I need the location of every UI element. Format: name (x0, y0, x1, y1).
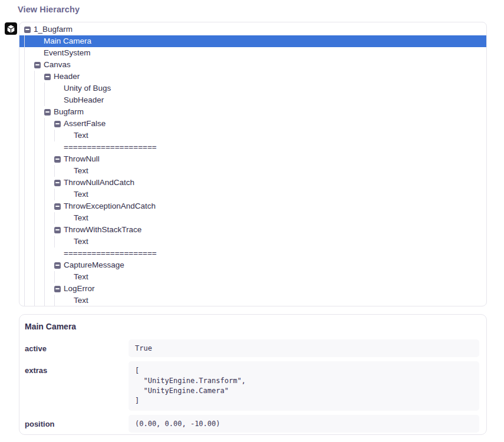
property-row: activeTrue (25, 339, 479, 357)
collapse-icon[interactable] (44, 74, 51, 80)
collapse-icon[interactable] (54, 180, 61, 186)
tree-item[interactable]: Text (19, 236, 486, 248)
tree-item-label: Canvas (44, 59, 71, 71)
tree-item[interactable]: Header (19, 71, 486, 83)
indent-guide (24, 177, 34, 189)
indent-guide (34, 271, 44, 283)
indent-guide (34, 224, 44, 236)
tree-item-label: Text (74, 212, 88, 224)
tree-item-label: EventSystem (44, 47, 91, 59)
indent-guide (54, 295, 64, 306)
property-list: activeTrueextras[ "UnityEngine.Transform… (25, 339, 479, 433)
collapse-icon[interactable] (54, 286, 61, 292)
icon-spacer (64, 301, 74, 301)
collapse-icon[interactable] (44, 109, 51, 116)
tree-item[interactable]: ThrowExceptionAndCatch (19, 200, 486, 212)
indent-guide (44, 212, 54, 224)
indent-guide (44, 189, 54, 200)
indent-guide (54, 271, 64, 283)
page-title: View Hierarchy (18, 5, 80, 14)
tree-item[interactable]: Main Camera (19, 35, 486, 47)
tree-item[interactable]: Text (19, 295, 486, 306)
tree-item-label: ThrowNullAndCatch (64, 177, 134, 189)
indent-guide (54, 189, 64, 200)
tree-item-label: 1_Bugfarm (34, 24, 73, 35)
property-value: [ "UnityEngine.Transform", "UnityEngine.… (129, 361, 479, 411)
collapse-icon[interactable] (54, 121, 61, 127)
indent-guide (54, 212, 64, 224)
indent-guide (44, 83, 54, 94)
tree-item[interactable]: 1_Bugfarm (19, 24, 486, 35)
tree-item[interactable]: ThrowNull (19, 153, 486, 165)
tree-item[interactable]: ThrowNullAndCatch (19, 177, 486, 189)
icon-spacer (64, 194, 74, 195)
indent-guide (24, 212, 34, 224)
tree-item-label: Main Camera (44, 35, 91, 47)
tree-item-label: LogError (64, 283, 95, 295)
indent-guide (34, 283, 44, 295)
tree-item-label: Text (74, 189, 88, 200)
tree-item[interactable]: AssertFalse (19, 118, 486, 130)
indent-guide (24, 259, 34, 271)
collapse-icon[interactable] (54, 227, 61, 233)
collapse-icon[interactable] (54, 156, 61, 163)
icon-spacer (54, 253, 64, 254)
indent-guide (24, 47, 34, 59)
indent-guide (34, 189, 44, 200)
tree-item[interactable]: Canvas (19, 59, 486, 71)
tree-item[interactable]: LogError (19, 283, 486, 295)
indent-guide (44, 153, 54, 165)
indent-guide (44, 259, 54, 271)
indent-guide (44, 295, 54, 306)
tree-item-label: Text (74, 130, 88, 141)
indent-guide (34, 118, 44, 130)
indent-guide (24, 224, 34, 236)
indent-guide (34, 248, 44, 259)
indent-guide (24, 141, 34, 153)
tree-item-label: Text (74, 165, 88, 177)
tree-item[interactable]: SubHeader (19, 94, 486, 106)
collapse-icon[interactable] (54, 203, 61, 210)
property-value: True (129, 339, 479, 357)
tree-item[interactable]: Text (19, 130, 486, 141)
tree-item[interactable]: EventSystem (19, 47, 486, 59)
indent-guide (24, 83, 34, 94)
icon-spacer (64, 218, 74, 219)
view-hierarchy-page: View Hierarchy 1_BugfarmMain CameraEvent… (0, 0, 504, 442)
tree-item[interactable]: Text (19, 189, 486, 200)
tree-item-label: Text (74, 295, 88, 306)
indent-guide (44, 283, 54, 295)
tree-item-label: Bugfarm (54, 106, 84, 118)
indent-guide (34, 212, 44, 224)
tree-item[interactable]: ==================== (19, 248, 486, 259)
indent-guide (44, 177, 54, 189)
indent-guide (44, 165, 54, 177)
indent-guide (44, 271, 54, 283)
indent-guide (24, 106, 34, 118)
tree-item[interactable]: ThrowWithStackTrace (19, 224, 486, 236)
tree-item-label: ==================== (64, 141, 157, 153)
collapse-icon[interactable] (54, 262, 61, 269)
icon-spacer (54, 147, 64, 148)
tree-item[interactable]: ==================== (19, 141, 486, 153)
property-key: extras (25, 361, 129, 411)
tree-item[interactable]: Text (19, 271, 486, 283)
collapse-icon[interactable] (34, 62, 41, 68)
indent-guide (24, 130, 34, 141)
indent-guide (44, 141, 54, 153)
indent-guide (34, 236, 44, 248)
tree-item[interactable]: Text (19, 212, 486, 224)
details-title: Main Camera (25, 322, 479, 331)
collapse-icon[interactable] (24, 27, 31, 33)
hierarchy-tree-panel: 1_BugfarmMain CameraEventSystemCanvasHea… (19, 22, 487, 306)
tree-item[interactable]: Unity of Bugs (19, 83, 486, 94)
indent-guide (44, 94, 54, 106)
property-key: position (25, 415, 129, 433)
tree-item[interactable]: Text (19, 165, 486, 177)
tree-item[interactable]: Bugfarm (19, 106, 486, 118)
indent-guide (24, 189, 34, 200)
indent-guide (44, 236, 54, 248)
icon-spacer (34, 53, 44, 54)
indent-guide (24, 248, 34, 259)
tree-item[interactable]: CaptureMessage (19, 259, 486, 271)
